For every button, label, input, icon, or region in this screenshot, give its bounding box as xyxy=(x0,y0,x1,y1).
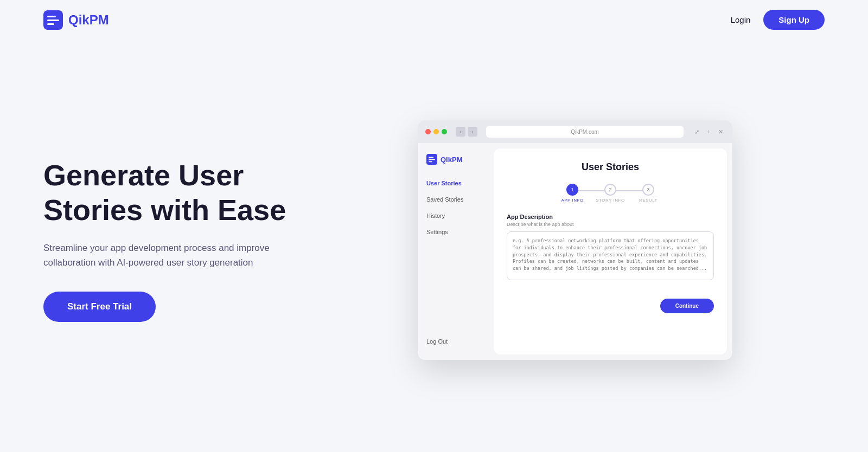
step-label-3: RESULT xyxy=(639,198,658,203)
browser-more-icon: ✕ xyxy=(716,127,725,136)
browser-topbar: ‹ › QikPM.com ⤢ + ✕ xyxy=(418,120,732,143)
svg-rect-6 xyxy=(429,159,435,160)
browser-url-bar: QikPM.com xyxy=(486,126,684,138)
dot-yellow xyxy=(433,129,439,134)
continue-row: Continue xyxy=(507,290,714,313)
mock-nav-items: User Stories Saved Stories History Setti… xyxy=(418,176,494,334)
login-button[interactable]: Login xyxy=(731,15,751,24)
hero-title-line2: Stories with Ease xyxy=(43,193,286,226)
app-description-textarea[interactable] xyxy=(507,231,714,280)
logo-qik: Qik xyxy=(68,12,90,27)
mock-logo-text: QikPM xyxy=(441,156,462,164)
logo-icon xyxy=(43,10,63,30)
mock-nav-user-stories[interactable]: User Stories xyxy=(418,176,494,191)
step-circle-2: 2 xyxy=(604,184,616,196)
mock-nav-history[interactable]: History xyxy=(418,208,494,223)
logo-pm: PM xyxy=(90,12,109,27)
svg-rect-3 xyxy=(47,23,54,25)
step-circle-3: 3 xyxy=(642,184,654,196)
app-description-section: App Description Describe what is the app… xyxy=(507,214,714,282)
step-label-2: STORY INFO xyxy=(596,198,624,203)
browser-action-buttons: ⤢ + ✕ xyxy=(692,127,725,136)
mock-page-title: User Stories xyxy=(507,162,714,173)
svg-rect-2 xyxy=(47,20,59,21)
svg-rect-5 xyxy=(429,157,433,158)
field-label: App Description xyxy=(507,214,714,220)
browser-nav-buttons: ‹ › xyxy=(456,127,477,137)
mock-stepper: 1 APP INFO 2 STORY INFO 3 RESULT xyxy=(507,184,714,203)
browser-forward-icon: › xyxy=(468,127,477,137)
step-label-1: APP INFO xyxy=(561,198,583,203)
mock-logo: QikPM xyxy=(418,154,494,176)
nav-right: Login Sign Up xyxy=(731,10,825,30)
navbar: QikPM Login Sign Up xyxy=(0,0,868,40)
browser-mockup: ‹ › QikPM.com ⤢ + ✕ xyxy=(418,120,732,360)
logo-text: QikPM xyxy=(68,12,109,28)
browser-add-icon: + xyxy=(704,127,713,136)
logo: QikPM xyxy=(43,10,109,30)
hero-subtitle: Streamline your app development process … xyxy=(43,241,271,270)
continue-button[interactable]: Continue xyxy=(660,299,714,313)
mock-logout[interactable]: Log Out xyxy=(418,334,494,349)
svg-rect-7 xyxy=(429,162,432,163)
browser-url-text: QikPM.com xyxy=(571,129,599,135)
stepper-step-3: 3 RESULT xyxy=(629,184,667,203)
field-sublabel: Describe what is the app about xyxy=(507,222,714,227)
browser-dots xyxy=(425,129,447,134)
mock-logo-icon xyxy=(426,154,437,165)
hero-right: ‹ › QikPM.com ⤢ + ✕ xyxy=(326,120,825,360)
dot-red xyxy=(425,129,431,134)
svg-rect-1 xyxy=(47,16,56,17)
dot-green xyxy=(442,129,447,134)
hero-section: Generate User Stories with Ease Streamli… xyxy=(0,40,868,430)
stepper-step-1: 1 APP INFO xyxy=(553,184,591,203)
hero-title-line1: Generate User xyxy=(43,159,244,191)
browser-content: QikPM User Stories Saved Stories History… xyxy=(418,143,732,360)
signup-button[interactable]: Sign Up xyxy=(763,10,825,30)
browser-back-icon: ‹ xyxy=(456,127,465,137)
mock-main: User Stories 1 APP INFO 2 STORY INFO xyxy=(494,148,727,354)
mock-sidebar: QikPM User Stories Saved Stories History… xyxy=(418,143,494,360)
stepper-step-2: 2 STORY INFO xyxy=(591,184,629,203)
browser-share-icon: ⤢ xyxy=(692,127,701,136)
step-circle-1: 1 xyxy=(566,184,578,196)
start-free-trial-button[interactable]: Start Free Trial xyxy=(43,292,156,322)
hero-title: Generate User Stories with Ease xyxy=(43,158,304,227)
mock-nav-settings[interactable]: Settings xyxy=(418,224,494,240)
hero-left: Generate User Stories with Ease Streamli… xyxy=(43,158,326,322)
mock-nav-saved-stories[interactable]: Saved Stories xyxy=(418,192,494,207)
